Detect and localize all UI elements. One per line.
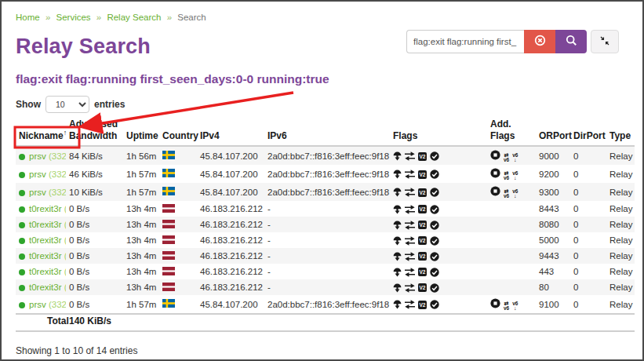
v2dir-flag-icon: V2 bbox=[418, 268, 427, 276]
online-status-icon bbox=[19, 302, 25, 308]
relay-nickname-link[interactable]: t0rexit3r bbox=[29, 251, 62, 261]
col-add-flags[interactable]: Add. Flags bbox=[487, 118, 536, 146]
v2dir-flag-icon: V2 bbox=[418, 170, 427, 179]
cell-uptime: 1h 57m bbox=[123, 183, 159, 201]
cell-advertised-bandwidth: 0 B/s bbox=[66, 279, 123, 295]
col-ipv6[interactable]: IPv6 bbox=[264, 118, 390, 146]
relay-nickname-link[interactable]: prsv bbox=[29, 170, 46, 179]
relay-nickname-link[interactable]: t0rexit3r bbox=[29, 220, 62, 229]
online-status-icon bbox=[19, 253, 25, 260]
ipv6-exit-icon: v6↓ bbox=[512, 153, 518, 162]
cell-country bbox=[159, 217, 197, 232]
cell-type: Relay bbox=[606, 146, 635, 165]
table-row: t0rexit3r (8)0 B/s13h 4m46.183.216.212-V… bbox=[16, 264, 635, 279]
cell-uptime: 13h 4m bbox=[123, 264, 159, 279]
cell-type: Relay bbox=[606, 248, 635, 264]
cell-type: Relay bbox=[606, 232, 635, 248]
country-flag-se bbox=[162, 299, 175, 309]
country-flag-se bbox=[162, 187, 175, 197]
cell-ipv6: 2a0d:bbc7::f816:3eff:feec:9f18 bbox=[264, 165, 390, 183]
cell-orport: 9000 bbox=[536, 146, 570, 165]
col-dirport[interactable]: DirPort bbox=[570, 118, 606, 146]
v2dir-flag-icon: V2 bbox=[418, 236, 427, 245]
cell-orport: 80 bbox=[536, 279, 570, 295]
relay-nickname-link[interactable]: prsv bbox=[29, 151, 46, 161]
cell-uptime: 1h 57m bbox=[123, 165, 159, 183]
entries-label-before: Show bbox=[16, 99, 41, 110]
cell-add-flags bbox=[487, 201, 536, 217]
relay-nickname-link[interactable]: t0rexit3r bbox=[29, 235, 62, 245]
cell-dirport: 0 bbox=[570, 264, 606, 279]
cell-orport: 9200 bbox=[536, 165, 570, 183]
cell-ipv6: - bbox=[264, 232, 390, 248]
ipv6-orport-icon: ⇄v6 bbox=[504, 171, 509, 180]
magnifier-icon bbox=[566, 35, 577, 49]
col-ipv4[interactable]: IPv4 bbox=[197, 118, 264, 146]
search-button[interactable] bbox=[555, 30, 587, 53]
relay-nickname-link[interactable]: prsv bbox=[29, 188, 46, 197]
v2dir-flag-icon: V2 bbox=[418, 205, 427, 213]
ipv6-exit-icon: v6↓ bbox=[512, 171, 518, 180]
cell-dirport: 0 bbox=[570, 295, 606, 314]
col-nickname[interactable]: Nickname↑ bbox=[16, 118, 66, 146]
v2dir-flag-icon: V2 bbox=[418, 152, 427, 161]
col-orport[interactable]: ORPort bbox=[536, 118, 570, 146]
relay-nickname-link[interactable]: t0rexit3r bbox=[29, 267, 62, 276]
col-type[interactable]: Type bbox=[606, 118, 635, 146]
unmeasured-icon bbox=[490, 186, 500, 196]
cell-ipv6: 2a0d:bbc7::f816:3eff:feec:9f18 bbox=[264, 295, 390, 314]
country-flag-lv bbox=[162, 251, 175, 261]
valid-flag-icon bbox=[430, 151, 439, 161]
col-flags[interactable]: Flags bbox=[390, 118, 487, 146]
collapse-search-button[interactable] bbox=[591, 30, 619, 53]
total-bandwidth: 140 KiB/s bbox=[66, 314, 123, 331]
table-body: prsv (332)84 KiB/s1h 56m45.84.107.2002a0… bbox=[16, 146, 635, 314]
cell-advertised-bandwidth: 0 B/s bbox=[66, 264, 123, 279]
breadcrumb-relay-search[interactable]: Relay Search bbox=[107, 13, 161, 22]
cell-ipv6: - bbox=[264, 279, 390, 295]
circle-x-icon bbox=[534, 35, 546, 49]
cell-flags: V2 bbox=[390, 279, 487, 295]
country-flag-lv bbox=[162, 204, 175, 214]
entries-summary: Showing 1 to 10 of 14 entries bbox=[16, 345, 628, 356]
cell-type: Relay bbox=[606, 183, 635, 201]
relay-count: (8) bbox=[64, 220, 66, 229]
sort-ascending-icon: ↑ bbox=[64, 129, 67, 137]
col-uptime[interactable]: Uptime bbox=[123, 118, 159, 146]
exit-flag-icon bbox=[393, 170, 402, 179]
relay-nickname-link[interactable]: prsv bbox=[29, 300, 46, 309]
table-row: t0rexit3r (8)0 B/s13h 4m46.183.216.212-V… bbox=[16, 232, 635, 248]
cell-country bbox=[159, 201, 197, 217]
relay-nickname-link[interactable]: t0rexit3r bbox=[29, 204, 62, 213]
cell-add-flags: ⇄v6v6↓ bbox=[487, 146, 536, 165]
country-flag-lv bbox=[162, 220, 175, 230]
entries-select[interactable]: 10 bbox=[45, 96, 89, 113]
breadcrumb-services[interactable]: Services bbox=[56, 13, 91, 22]
relay-count: (8) bbox=[64, 283, 66, 292]
clear-search-button[interactable] bbox=[524, 30, 555, 53]
running-flag-icon bbox=[405, 188, 415, 197]
valid-flag-icon bbox=[430, 188, 439, 197]
cell-type: Relay bbox=[606, 279, 635, 295]
cell-ipv4: 46.183.216.212 bbox=[197, 217, 264, 232]
cell-ipv6: 2a0d:bbc7::f816:3eff:feec:9f18 bbox=[264, 183, 390, 201]
exit-flag-icon bbox=[393, 205, 402, 214]
col-country[interactable]: Country bbox=[159, 118, 197, 146]
breadcrumb-separator: » bbox=[96, 13, 101, 22]
relay-nickname-link[interactable]: t0rexit3r bbox=[29, 283, 62, 292]
ipv6-exit-icon: v6↓ bbox=[512, 189, 518, 199]
valid-flag-icon bbox=[430, 268, 439, 277]
running-flag-icon bbox=[405, 268, 415, 277]
cell-flags: V2 bbox=[390, 183, 487, 201]
exit-flag-icon bbox=[393, 252, 402, 261]
cell-add-flags bbox=[487, 279, 536, 295]
cell-ipv4: 45.84.107.200 bbox=[197, 146, 264, 165]
running-flag-icon bbox=[405, 300, 415, 309]
ipv6-exit-icon: v6↓ bbox=[512, 301, 518, 311]
breadcrumb-home[interactable]: Home bbox=[16, 13, 40, 22]
valid-flag-icon bbox=[430, 283, 439, 293]
cell-type: Relay bbox=[606, 295, 635, 314]
cell-flags: V2 bbox=[390, 295, 487, 314]
search-input[interactable] bbox=[406, 30, 524, 53]
col-advertised-bandwidth[interactable]: Advertised Bandwidth bbox=[66, 118, 123, 146]
